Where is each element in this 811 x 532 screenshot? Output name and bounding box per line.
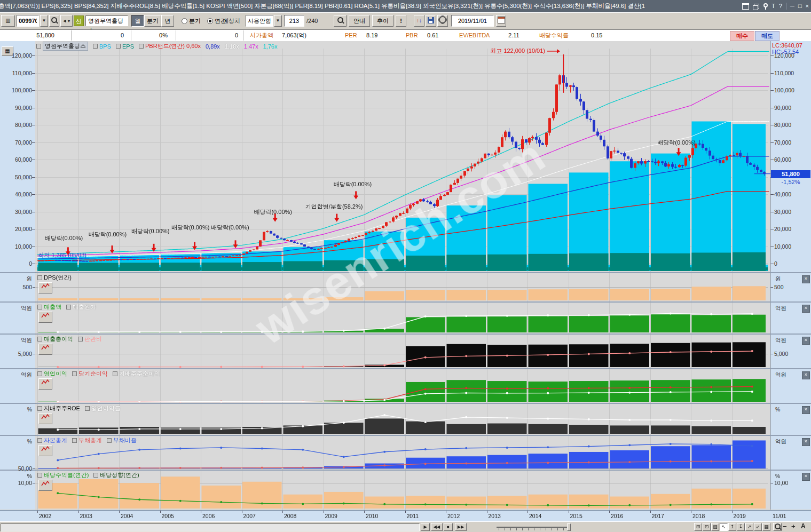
panel-legend-item[interactable]: 당기순이익 — [72, 370, 108, 378]
main-chart-canvas[interactable] — [35, 41, 770, 272]
toolbar-button-1[interactable]: 추이 — [372, 15, 393, 27]
zoom-in-button[interactable]: + — [791, 522, 796, 530]
panel-close-button[interactable]: × — [802, 438, 810, 446]
bottom-tool-4[interactable]: ↥ — [728, 523, 736, 531]
close-button[interactable]: × — [806, 0, 809, 12]
sound-button[interactable]: ◄▼ — [60, 15, 73, 27]
panel-legend-item[interactable]: 자본총계 — [37, 436, 67, 444]
legend-item-5[interactable]: 1,47x — [244, 43, 258, 50]
bottom-magnifier-button[interactable] — [773, 523, 782, 531]
panel-chart-icon-button[interactable] — [38, 312, 52, 323]
panel-legend-item[interactable]: 배당수익률(연간) — [37, 471, 89, 479]
legend-item-6[interactable]: 1,76x — [263, 43, 278, 50]
panel-chart-icon-button[interactable] — [38, 344, 52, 355]
panel-legend-item[interactable]: 판관비 — [78, 335, 102, 343]
panel-chart-icon-button[interactable] — [38, 480, 52, 491]
buy-button[interactable]: 매수 — [730, 31, 754, 41]
panel-close-button[interactable]: × — [802, 406, 810, 414]
panel-canvas-dps[interactable] — [35, 273, 770, 301]
text-tool-icon[interactable]: T — [771, 0, 775, 12]
save-button[interactable] — [426, 15, 436, 27]
panel-legend-item[interactable]: 영업이익 — [37, 370, 67, 378]
period-button-분기[interactable]: 분기 — [144, 15, 161, 27]
pin-icon[interactable] — [762, 3, 768, 10]
panel-legend-item[interactable]: 지배주주ROE — [37, 404, 80, 412]
legend-item-2[interactable]: PBR밴드(연간) 0,60x — [139, 42, 201, 50]
stock-code-input[interactable] — [17, 15, 39, 27]
bottom-tool-3[interactable]: ↖ — [720, 523, 728, 531]
bottom-tool-6[interactable]: ↗ — [745, 523, 753, 531]
panel-close-button[interactable]: × — [802, 275, 810, 283]
nav-button-0[interactable]: ▶ — [421, 523, 430, 531]
분기-radio-circle — [182, 18, 187, 24]
chart-window-icon-button[interactable]: ▥ — [1, 15, 15, 27]
y-axis-tick — [32, 125, 35, 125]
slider-tick — [499, 528, 499, 530]
period-button-월[interactable]: 월 — [131, 15, 144, 27]
zoom-out-button[interactable]: − — [783, 522, 787, 530]
legend-item-0[interactable]: BPS — [93, 43, 111, 50]
estimate-select[interactable]: 사용안함 — [246, 15, 273, 27]
panel-legend-item[interactable]: 지배주주순이익 — [113, 370, 160, 378]
bottom-tool-5[interactable]: ↧ — [737, 523, 745, 531]
bottom-tool-8[interactable]: ▦ — [762, 523, 770, 531]
settings-button[interactable] — [437, 15, 448, 27]
minimize-button[interactable]: ─ — [790, 0, 794, 12]
sell-button[interactable]: 매도 — [755, 31, 779, 41]
panel-close-button[interactable]: × — [802, 371, 810, 379]
panel-chart-icon-button[interactable] — [38, 445, 52, 456]
maximize-button[interactable]: □ — [798, 0, 802, 12]
help-icon[interactable]: ? — [779, 0, 782, 12]
legend-item-3[interactable]: 0,89x — [206, 43, 220, 50]
bottom-tool-0[interactable]: ⊞ — [694, 523, 702, 531]
panel-chart-icon-button[interactable] — [38, 413, 52, 424]
zoom-slider-track[interactable] — [497, 527, 570, 528]
panel-legend-item[interactable]: 부채총계 — [72, 436, 102, 444]
stock-search-button[interactable] — [49, 15, 59, 27]
panel-legend-item[interactable]: 부채비율 — [107, 436, 137, 444]
panel-legend-item[interactable]: DPS(연간) — [37, 274, 72, 282]
window-layout-icon[interactable] — [753, 4, 759, 9]
legend-item-4[interactable]: 1,18x — [225, 43, 239, 50]
panel-close-button[interactable]: × — [802, 473, 810, 481]
panel-legend-item[interactable]: 영업이익률 — [85, 404, 121, 412]
panel-close-button[interactable]: × — [802, 305, 810, 313]
bottom-tool-7[interactable]: ↙ — [754, 523, 762, 531]
period-button-년[interactable]: 년 — [161, 15, 174, 27]
window-style-icon[interactable] — [742, 3, 749, 10]
radio-분기[interactable]: 분기 — [182, 18, 201, 24]
panel-chart-icon-button[interactable] — [38, 282, 52, 293]
nav-button-3[interactable]: ▶▶ — [455, 523, 467, 531]
legend-item-1[interactable]: EPS — [116, 43, 134, 50]
panel-canvas-dividend[interactable] — [35, 471, 770, 510]
panel-chart-icon-button[interactable] — [38, 378, 52, 390]
legend-item-stock[interactable]: 영원무역홀딩스 — [36, 42, 88, 51]
panel-legend-item[interactable]: 매출원가 — [66, 303, 96, 311]
zoom-slider-handle[interactable] — [567, 523, 571, 531]
date-input[interactable] — [451, 15, 494, 27]
nav-button-2[interactable]: ■ — [444, 523, 453, 531]
toolbar-button-0[interactable]: 안내 — [349, 15, 370, 27]
bottom-tool-1[interactable]: ⊡ — [703, 523, 711, 531]
candle-count-input[interactable] — [284, 15, 304, 27]
panel-canvas-roe[interactable] — [35, 404, 770, 435]
zoom-search-button[interactable] — [334, 15, 347, 27]
nav-button-1[interactable]: ◀◀ — [431, 523, 443, 531]
estimate-select-arrow[interactable]: ▼ — [274, 15, 282, 27]
stock-name-field[interactable]: 영원무역홀딩스 — [85, 15, 128, 26]
panel-right-unit: % — [775, 473, 780, 479]
panel-legend-item[interactable]: 배당성향(연간) — [93, 471, 139, 479]
h-scrollbar[interactable] — [1, 523, 420, 531]
toolbar-button-2[interactable]: ! — [396, 15, 406, 27]
panel-legend-item[interactable]: 매출액 — [37, 303, 61, 311]
panel-close-button[interactable]: × — [802, 337, 810, 345]
panel-canvas-revenue[interactable] — [35, 303, 770, 334]
code-dropdown-button[interactable]: ▼ — [40, 15, 48, 27]
bottom-tool-2[interactable]: ▨ — [711, 523, 719, 531]
panel-canvas-gross-profit[interactable] — [35, 335, 770, 368]
font-size-button[interactable]: A — [801, 522, 806, 530]
sort-arrows-button[interactable]: ↑↓ — [414, 15, 424, 27]
calendar-button[interactable] — [496, 15, 506, 27]
panel-legend-item[interactable]: 매출총이익 — [37, 335, 73, 343]
panel-canvas-capital[interactable] — [35, 436, 770, 470]
